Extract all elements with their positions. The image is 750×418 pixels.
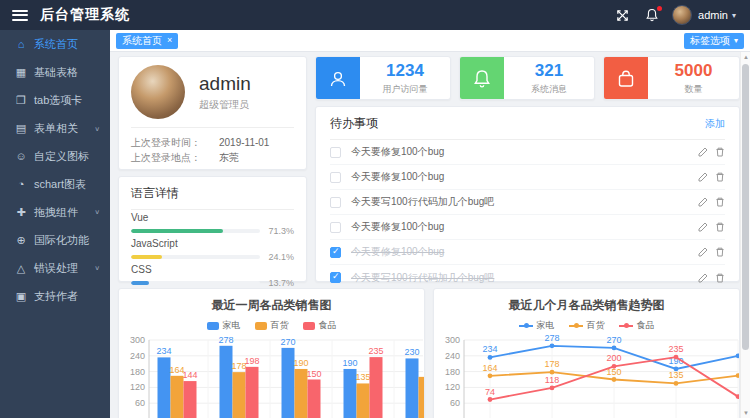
chevron-down-icon[interactable]: ▾ — [732, 11, 736, 20]
todo-checkbox[interactable] — [330, 272, 341, 283]
chevron-down-icon: ∨ — [94, 124, 100, 131]
avatar[interactable] — [672, 5, 692, 25]
todo-checkbox[interactable] — [330, 197, 341, 208]
close-icon[interactable]: × — [167, 36, 172, 45]
delete-icon[interactable] — [715, 147, 725, 157]
sidebar-item-label: 表单相关 — [34, 121, 78, 136]
tag-options-button[interactable]: 标签选项 ▾ — [684, 33, 744, 49]
svg-text:190: 190 — [342, 358, 357, 368]
todo-item: 今天要写100行代码加几个bug吧 — [330, 265, 725, 290]
svg-text:190: 190 — [293, 358, 308, 368]
progress-fill — [131, 229, 223, 233]
divider — [131, 209, 294, 210]
svg-text:135: 135 — [668, 370, 683, 380]
svg-text:200: 200 — [606, 353, 621, 363]
top-header: 后台管理系统 admin ▾ — [0, 0, 750, 30]
svg-text:300: 300 — [130, 335, 145, 345]
svg-text:118: 118 — [545, 375, 559, 385]
warning-icon: △ — [14, 262, 28, 275]
sidebar-item-basic-table[interactable]: ▦ 基础表格 — [0, 58, 110, 86]
todo-item: 今天要写100行代码加几个bug吧 — [330, 190, 725, 215]
edit-icon[interactable] — [698, 147, 708, 157]
sidebar-item-support[interactable]: ▣ 支持作者 — [0, 282, 110, 310]
svg-text:180: 180 — [130, 367, 145, 377]
notification-bell-icon[interactable] — [644, 7, 660, 23]
todo-checkbox[interactable] — [330, 247, 341, 258]
legend-item[interactable]: 百货 — [255, 319, 289, 332]
edit-icon[interactable] — [698, 222, 708, 232]
profile-name: admin — [199, 73, 251, 95]
todo-text: 今天要修复100个bug — [351, 245, 444, 259]
svg-text:120: 120 — [130, 382, 145, 392]
svg-text:74: 74 — [485, 387, 495, 397]
legend-item[interactable]: 百货 — [569, 319, 605, 332]
legend-item[interactable]: 食品 — [619, 319, 655, 332]
profile-card: admin 超级管理员 上次登录时间：2019-11-01 上次登录地点：东莞 — [118, 56, 307, 170]
stat-value: 5000 — [675, 61, 713, 81]
legend-item[interactable]: 食品 — [303, 319, 337, 332]
svg-text:60: 60 — [135, 398, 145, 408]
line-chart-card: 最近几个月各品类销售趋势图 家电 百货 食品 60120180240300234… — [433, 288, 740, 418]
todo-checkbox[interactable] — [330, 172, 341, 183]
sidebar-nav: ⌂ 系统首页 ▦ 基础表格 ❐ tab选项卡 ▤ 表单相关 ∨ ☺ 自定义图标 … — [0, 30, 110, 418]
legend-line-marker — [619, 325, 633, 327]
legend-item[interactable]: 家电 — [519, 319, 555, 332]
svg-text:235: 235 — [668, 344, 683, 354]
line-chart-legend: 家电 百货 食品 — [434, 319, 739, 332]
header-right: admin ▾ — [600, 5, 736, 25]
scrollbar-thumb[interactable] — [742, 64, 749, 350]
username[interactable]: admin — [698, 9, 728, 21]
sidebar-item-forms[interactable]: ▤ 表单相关 ∨ — [0, 114, 110, 142]
sidebar-item-home[interactable]: ⌂ 系统首页 — [0, 30, 110, 58]
app-title: 后台管理系统 — [40, 6, 130, 24]
svg-text:240: 240 — [130, 351, 145, 361]
delete-icon[interactable] — [715, 247, 725, 257]
svg-text:150: 150 — [306, 369, 321, 379]
table-icon: ▦ — [14, 66, 28, 79]
delete-icon[interactable] — [715, 273, 725, 283]
tab-home[interactable]: 系统首页 × — [116, 33, 178, 49]
hamburger-menu-icon[interactable] — [12, 10, 28, 21]
sidebar-item-i18n[interactable]: ⊕ 国际化功能 — [0, 226, 110, 254]
sidebar-item-tabs[interactable]: ❐ tab选项卡 — [0, 86, 110, 114]
delete-icon[interactable] — [715, 222, 725, 232]
edit-icon[interactable] — [698, 197, 708, 207]
edit-icon[interactable] — [698, 273, 708, 283]
legend-item[interactable]: 家电 — [207, 319, 241, 332]
sidebar-item-custom-icons[interactable]: ☺ 自定义图标 — [0, 142, 110, 170]
bar-chart-title: 最近一周各品类销售图 — [119, 297, 424, 314]
svg-text:120: 120 — [445, 382, 460, 392]
sidebar-item-drag[interactable]: ✚ 拖拽组件 ∨ — [0, 198, 110, 226]
edit-icon[interactable] — [698, 247, 708, 257]
edit-icon[interactable] — [698, 172, 708, 182]
home-icon: ⌂ — [14, 38, 28, 50]
smiley-icon: ☺ — [14, 150, 28, 162]
chevron-down-icon: ▾ — [734, 36, 738, 45]
todo-checkbox[interactable] — [330, 222, 341, 233]
progress-track — [131, 255, 260, 259]
drag-icon: ✚ — [14, 206, 28, 219]
sidebar-item-error[interactable]: △ 错误处理 ∨ — [0, 254, 110, 282]
todo-text: 今天要写100行代码加几个bug吧 — [351, 195, 494, 209]
svg-text:144: 144 — [182, 370, 197, 380]
scroll-down-arrow[interactable]: ▼ — [741, 408, 750, 418]
scroll-up-arrow[interactable]: ▲ — [741, 52, 750, 62]
fullscreen-icon[interactable] — [614, 7, 630, 23]
svg-text:278: 278 — [218, 335, 233, 345]
todo-checkbox[interactable] — [330, 147, 341, 158]
delete-icon[interactable] — [715, 172, 725, 182]
delete-icon[interactable] — [715, 197, 725, 207]
todo-add-button[interactable]: 添加 — [705, 117, 725, 131]
svg-text:270: 270 — [280, 337, 295, 347]
divider — [131, 127, 294, 128]
todo-text: 今天要写100行代码加几个bug吧 — [351, 271, 494, 285]
todo-text: 今天要修复100个bug — [351, 170, 444, 184]
bell-icon — [460, 57, 504, 100]
todo-title: 待办事项 — [330, 115, 378, 132]
sidebar-item-label: 系统首页 — [34, 37, 78, 52]
stat-value: 1234 — [386, 61, 424, 81]
app-window: 后台管理系统 admin ▾ ⌂ 系统首页 ▦ 基础表格 ❐ tab选项卡 — [0, 0, 750, 418]
main-content: admin 超级管理员 上次登录时间：2019-11-01 上次登录地点：东莞 … — [110, 52, 750, 418]
sidebar-item-schart[interactable]: ◔ schart图表 — [0, 170, 110, 198]
progress-track — [131, 229, 260, 233]
